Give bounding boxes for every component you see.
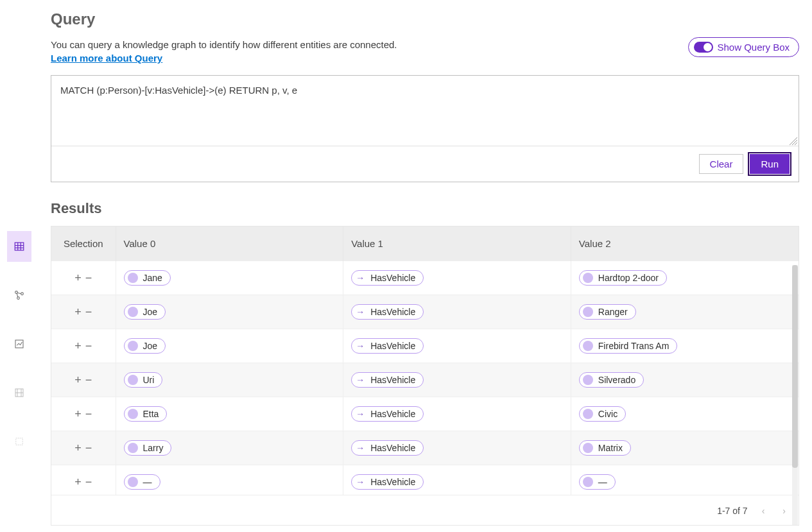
entity-dot-icon bbox=[128, 477, 138, 487]
pill-label: HasVehicle bbox=[370, 307, 415, 317]
cell-value2: Matrix bbox=[571, 431, 799, 465]
svg-rect-12 bbox=[15, 438, 22, 445]
selection-cell: +− bbox=[51, 397, 116, 431]
add-to-selection-icon[interactable]: + bbox=[73, 339, 83, 352]
nav-chart-icon[interactable] bbox=[7, 329, 31, 359]
entity-pill[interactable]: Matrix bbox=[579, 440, 631, 456]
table-row: +−Joe→HasVehicleRanger bbox=[51, 295, 799, 329]
run-button[interactable]: Run bbox=[750, 154, 790, 174]
pill-label: Joe bbox=[143, 307, 158, 317]
cell-value0: Larry bbox=[116, 431, 343, 465]
results-title: Results bbox=[51, 200, 799, 217]
pill-label: — bbox=[598, 477, 607, 487]
pill-label: — bbox=[143, 477, 152, 487]
entity-pill[interactable]: Silverado bbox=[579, 372, 644, 388]
add-to-selection-icon[interactable]: + bbox=[73, 271, 83, 284]
entity-dot-icon bbox=[583, 409, 593, 419]
pill-label: HasVehicle bbox=[370, 375, 415, 385]
results-scrollbar[interactable] bbox=[792, 265, 798, 525]
nav-map-icon[interactable] bbox=[7, 377, 31, 408]
remove-from-selection-icon[interactable]: − bbox=[83, 442, 94, 454]
entity-pill[interactable]: — bbox=[579, 474, 616, 490]
svg-line-9 bbox=[17, 293, 18, 297]
entity-pill[interactable]: Jane bbox=[124, 270, 171, 286]
selection-cell: +− bbox=[51, 465, 116, 495]
cell-value2: Hardtop 2-door bbox=[571, 261, 799, 295]
col-selection: Selection bbox=[51, 227, 116, 261]
entity-pill[interactable]: Larry bbox=[124, 440, 172, 456]
entity-pill[interactable]: Firebird Trans Am bbox=[579, 338, 677, 354]
pager-next-icon[interactable]: › bbox=[779, 506, 790, 516]
pill-label: Etta bbox=[143, 409, 159, 419]
entity-pill[interactable]: Etta bbox=[124, 406, 168, 422]
entity-pill[interactable]: Joe bbox=[124, 304, 166, 320]
toggle-label: Show Query Box bbox=[717, 42, 790, 53]
cell-value1: →HasVehicle bbox=[343, 397, 571, 431]
entity-dot-icon bbox=[583, 307, 593, 317]
show-query-toggle[interactable]: Show Query Box bbox=[688, 37, 799, 57]
selection-cell: +− bbox=[51, 363, 116, 397]
relation-pill[interactable]: →HasVehicle bbox=[351, 406, 424, 422]
add-to-selection-icon[interactable]: + bbox=[73, 305, 83, 318]
pill-label: Uri bbox=[143, 375, 155, 385]
remove-from-selection-icon[interactable]: − bbox=[83, 373, 94, 386]
cell-value2: Civic bbox=[571, 397, 799, 431]
add-to-selection-icon[interactable]: + bbox=[73, 442, 83, 454]
entity-pill[interactable]: Uri bbox=[124, 372, 163, 388]
entity-dot-icon bbox=[583, 443, 593, 453]
table-row: +−Joe→HasVehicleFirebird Trans Am bbox=[51, 329, 799, 363]
relation-pill[interactable]: →HasVehicle bbox=[351, 372, 424, 388]
cell-value0: — bbox=[116, 465, 343, 495]
pill-label: Hardtop 2-door bbox=[598, 273, 659, 283]
remove-from-selection-icon[interactable]: − bbox=[83, 476, 94, 488]
toggle-switch-icon bbox=[694, 42, 713, 53]
cell-value1: →HasVehicle bbox=[343, 329, 571, 363]
pill-label: HasVehicle bbox=[370, 273, 415, 283]
entity-pill[interactable]: Joe bbox=[124, 338, 166, 354]
arrow-right-icon: → bbox=[355, 409, 365, 419]
cell-value2: — bbox=[571, 465, 799, 495]
entity-pill[interactable]: Hardtop 2-door bbox=[579, 270, 667, 286]
resize-grip-icon[interactable] bbox=[790, 137, 797, 144]
relation-pill[interactable]: →HasVehicle bbox=[351, 474, 424, 490]
intro-text: You can query a knowledge graph to ident… bbox=[51, 37, 397, 53]
nav-layout-icon[interactable] bbox=[7, 426, 31, 457]
add-to-selection-icon[interactable]: + bbox=[73, 373, 83, 386]
cell-value1: →HasVehicle bbox=[343, 465, 571, 495]
query-textarea[interactable] bbox=[51, 76, 799, 144]
pill-label: Matrix bbox=[598, 443, 623, 453]
pill-label: Firebird Trans Am bbox=[598, 341, 669, 351]
pager-prev-icon[interactable]: ‹ bbox=[758, 506, 769, 516]
add-to-selection-icon[interactable]: + bbox=[73, 476, 83, 488]
entity-pill[interactable]: Civic bbox=[579, 406, 626, 422]
learn-more-link[interactable]: Learn more about Query bbox=[51, 53, 162, 64]
relation-pill[interactable]: →HasVehicle bbox=[351, 338, 424, 354]
table-row: +−Uri→HasVehicleSilverado bbox=[51, 363, 799, 397]
remove-from-selection-icon[interactable]: − bbox=[83, 305, 94, 318]
main-content: Query You can query a knowledge graph to… bbox=[38, 0, 812, 532]
query-box: Clear Run bbox=[51, 75, 799, 182]
add-to-selection-icon[interactable]: + bbox=[73, 408, 83, 420]
relation-pill[interactable]: →HasVehicle bbox=[351, 304, 424, 320]
entity-pill[interactable]: Ranger bbox=[579, 304, 636, 320]
relation-pill[interactable]: →HasVehicle bbox=[351, 270, 424, 286]
entity-dot-icon bbox=[128, 341, 138, 351]
pill-label: Silverado bbox=[598, 375, 635, 385]
nav-graph-icon[interactable] bbox=[7, 280, 31, 311]
relation-pill[interactable]: →HasVehicle bbox=[351, 440, 424, 456]
arrow-right-icon: → bbox=[355, 273, 365, 283]
remove-from-selection-icon[interactable]: − bbox=[83, 339, 94, 352]
pill-label: Civic bbox=[598, 409, 618, 419]
side-nav bbox=[0, 0, 38, 532]
arrow-right-icon: → bbox=[355, 307, 365, 317]
page-title: Query bbox=[51, 10, 799, 28]
nav-table-icon[interactable] bbox=[7, 231, 31, 262]
clear-button[interactable]: Clear bbox=[699, 154, 744, 174]
remove-from-selection-icon[interactable]: − bbox=[83, 271, 94, 284]
remove-from-selection-icon[interactable]: − bbox=[83, 408, 94, 420]
cell-value1: →HasVehicle bbox=[343, 295, 571, 329]
svg-rect-0 bbox=[15, 243, 24, 250]
entity-dot-icon bbox=[583, 375, 593, 385]
col-value2: Value 2 bbox=[571, 227, 799, 261]
entity-pill[interactable]: — bbox=[124, 474, 160, 490]
